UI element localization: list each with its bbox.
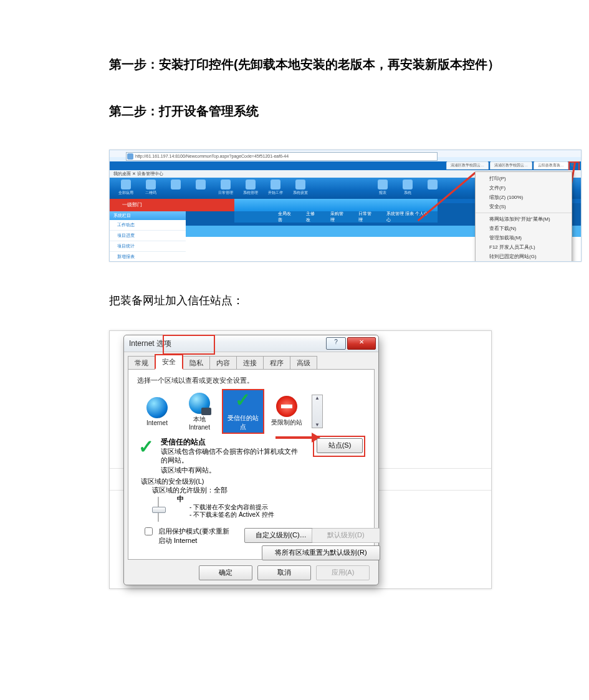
globe-icon [146, 397, 168, 418]
intranet-icon [189, 393, 210, 414]
trusted-sites-description: 该区域包含你确信不会损害你的计算机或文件的网站。 [161, 447, 304, 464]
toolbar-button[interactable] [165, 180, 187, 197]
internet-options-dialog: Internet 选项 ? ✕ 常规 安全 隐私 内容 连接 程序 高级 选择一… [123, 335, 379, 585]
sidebar-header: 系统栏目 [110, 211, 186, 220]
toolbar-button[interactable]: 日常管理 [214, 180, 237, 197]
browser-tabs: 清浦区教学校园云… 清浦区教学校园云… 云阳县教育装… [446, 161, 568, 170]
checkmark-icon [232, 391, 254, 413]
ie-screenshot: http://61.161.197.14:8100/NewcommonTop.a… [109, 150, 582, 262]
zone-trusted[interactable]: 受信任的站点 [222, 389, 264, 434]
nav-item[interactable]: 采购管理 [330, 211, 347, 223]
browser-tab[interactable]: 云阳县教育装… [534, 161, 568, 170]
sidebar-item[interactable]: 项目进度 [110, 231, 186, 241]
nav-item[interactable]: 主修改 [306, 211, 318, 223]
default-level-button[interactable]: 默认级别(D) [312, 528, 380, 543]
security-level-medium: 中 [177, 494, 184, 504]
toolbar-button[interactable]: 全部应用 [115, 180, 137, 197]
browser-tab[interactable]: 清浦区教学校园云… [446, 161, 489, 170]
dialog-titlebar: Internet 选项 ? ✕ [124, 335, 378, 352]
sidebar: 系统栏目 工作动态 项目进度 项目统计 新增报表 [110, 211, 186, 262]
protected-mode-label: 启用保护模式(要求重新启动 Internet [158, 527, 229, 545]
cancel-button[interactable]: 取消 [257, 565, 311, 580]
menu-item-pinned[interactable]: 转到已固定的网站(G) [476, 252, 572, 261]
menu-item-downloads[interactable]: 查看下载(N) [476, 224, 572, 233]
zone-scrollbar[interactable]: ▲▼ [312, 395, 323, 428]
internet-options-screenshot: Internet 选项 ? ✕ 常规 安全 隐私 内容 连接 程序 高级 选择一… [109, 330, 492, 589]
help-button[interactable]: ? [326, 337, 346, 350]
checkmark-icon: ✓ [138, 436, 154, 458]
tab-content[interactable]: 内容 [209, 356, 237, 370]
zone-prompt: 选择一个区域以查看或更改安全设置。 [137, 376, 374, 385]
zone-internet[interactable]: Internet [137, 397, 177, 426]
tab-general[interactable]: 常规 [128, 356, 155, 370]
nav-right[interactable]: 系统管理 报表 个人中心 [386, 211, 431, 223]
sidebar-item[interactable]: 工作动态 [110, 220, 186, 231]
menu-item-add-start[interactable]: 将网站添加到"开始"菜单(M) [476, 213, 572, 224]
security-slider[interactable] [152, 497, 165, 522]
menu-item-print[interactable]: 打印(P) [476, 174, 572, 183]
tab-programs[interactable]: 程序 [263, 356, 290, 370]
zone-intranet[interactable]: 本地Intranet [180, 393, 219, 431]
sidebar-item[interactable]: 项目统计 [110, 241, 186, 252]
portal-banner [234, 199, 438, 211]
trusted-sites-note: 该区域中有网站。 [161, 466, 216, 475]
security-allowed-label: 该区域的允许级别：全部 [152, 486, 227, 495]
tab-connections[interactable]: 连接 [236, 356, 264, 370]
sites-button[interactable]: 站点(S) [317, 438, 363, 453]
menu-item-zoom[interactable]: 缩放(Z) (100%) [476, 193, 572, 202]
security-level-label: 该区域的安全级别(L) [141, 477, 204, 486]
toolbar-button[interactable]: 系统 [396, 180, 419, 197]
close-button[interactable]: ✕ [347, 337, 376, 350]
portal-header: 一级部门 [110, 199, 247, 211]
portal-nav: 全局改善 主修改 采购管理 日常管理 系统管理 报表 个人中心 [234, 211, 438, 223]
tools-menu: 打印(P) 文件(F) 缩放(Z) (100%) 安全(S) 将网站添加到"开始… [475, 171, 572, 262]
custom-level-button[interactable]: 自定义级别(C)… [244, 528, 318, 543]
trusted-sites-heading: 受信任的站点 [161, 437, 206, 448]
apply-button[interactable]: 应用(A) [316, 565, 370, 580]
tab-security[interactable]: 安全 [155, 354, 183, 370]
toolbar-button[interactable]: 系统管理 [239, 180, 262, 197]
restricted-icon [276, 396, 297, 417]
reset-all-button[interactable]: 将所有区域重置为默认级别(R) [262, 545, 380, 560]
protected-mode-checkbox[interactable] [145, 527, 153, 535]
dialog-title: Internet 选项 [129, 338, 325, 349]
dialog-footer: 确定 取消 应用(A) [124, 561, 378, 585]
toolbar-button[interactable]: 开始工作 [264, 180, 287, 197]
menu-item-f12[interactable]: F12 开发人员工具(L) [476, 242, 572, 252]
step2-heading: 第二步：打开设备管理系统 [109, 103, 589, 120]
toolbar-button[interactable]: 二维码 [140, 180, 162, 197]
sidebar-item[interactable]: 新增报表 [110, 252, 186, 262]
menu-item-compat[interactable]: 兼容性视图设置(B) [476, 261, 572, 262]
step1-heading: 第一步：安装打印控件(先卸载本地安装的老版本，再安装新版本控件） [109, 56, 589, 73]
toolbar-button[interactable] [189, 180, 212, 197]
tab-advanced[interactable]: 高级 [290, 356, 317, 370]
ok-button[interactable]: 确定 [199, 565, 252, 580]
security-detail: - 不下载未签名的 ActiveX 控件 [189, 511, 274, 519]
nav-item[interactable]: 日常管理 [358, 211, 375, 223]
menu-item-addons[interactable]: 管理加载项(M) [476, 233, 572, 242]
toolbar-button[interactable] [421, 180, 444, 197]
security-tab-panel: 选择一个区域以查看或更改安全设置。 Internet 本地Intranet 受信… [128, 369, 375, 560]
toolbar-button[interactable]: 报表 [371, 180, 394, 197]
address-bar[interactable]: http://61.161.197.14:8100/NewcommonTop.a… [126, 152, 438, 161]
menu-item-file[interactable]: 文件(F) [476, 183, 572, 193]
tab-privacy[interactable]: 隐私 [183, 356, 210, 370]
nav-item[interactable]: 全局改善 [278, 211, 295, 223]
dialog-tabs: 常规 安全 隐私 内容 连接 程序 高级 [128, 355, 378, 370]
browser-tab[interactable]: 清浦区教学校园云… [490, 161, 532, 170]
trust-instruction: 把装备网址加入信任站点： [109, 293, 589, 308]
toolbar-button[interactable]: 系统设置 [289, 180, 312, 197]
menu-item-safety[interactable]: 安全(S) [476, 202, 572, 211]
zone-restricted[interactable]: 受限制的站 [267, 396, 307, 427]
